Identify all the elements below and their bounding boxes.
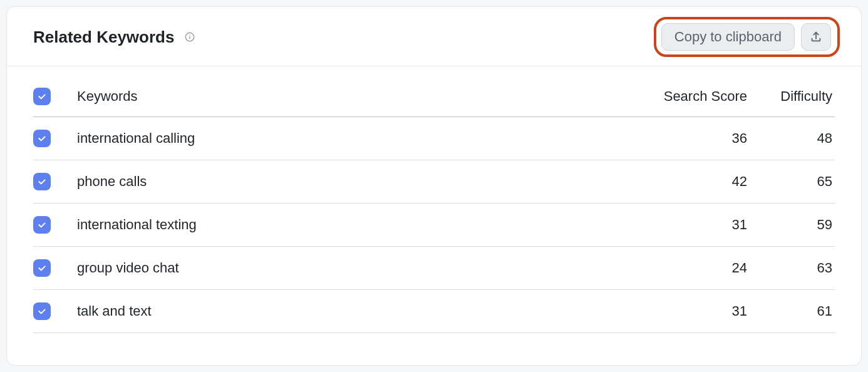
action-cluster-highlight: Copy to clipboard xyxy=(654,17,840,57)
export-icon xyxy=(809,30,823,44)
cell-keyword: international texting xyxy=(77,204,634,247)
cell-search-score: 36 xyxy=(634,117,747,160)
copy-to-clipboard-button[interactable]: Copy to clipboard xyxy=(661,23,795,51)
cell-difficulty: 63 xyxy=(747,247,835,290)
row-checkbox[interactable] xyxy=(33,130,51,147)
cell-difficulty: 61 xyxy=(747,290,835,333)
table-scroll-container[interactable]: Keywords Search Score Difficulty interna… xyxy=(7,66,861,365)
table-row: international texting3159 xyxy=(33,204,835,247)
cell-search-score: 31 xyxy=(634,204,747,247)
info-icon[interactable] xyxy=(183,30,197,44)
panel-title: Related Keywords xyxy=(33,28,174,47)
cell-keyword: talk and text xyxy=(77,290,634,333)
table-row: international calling3648 xyxy=(33,117,835,160)
col-header-search-score[interactable]: Search Score xyxy=(634,85,747,117)
cell-difficulty: 48 xyxy=(747,117,835,160)
table-row: talk and text3161 xyxy=(33,290,835,333)
cell-difficulty: 59 xyxy=(747,204,835,247)
row-checkbox[interactable] xyxy=(33,259,51,277)
cell-search-score: 31 xyxy=(634,290,747,333)
copy-to-clipboard-label: Copy to clipboard xyxy=(674,30,782,44)
row-checkbox[interactable] xyxy=(33,302,51,320)
export-button[interactable] xyxy=(801,23,831,51)
cell-difficulty: 65 xyxy=(747,160,835,204)
select-all-checkbox[interactable] xyxy=(33,88,51,105)
cell-keyword: phone calls xyxy=(77,160,634,204)
keywords-table: Keywords Search Score Difficulty interna… xyxy=(33,85,835,333)
row-checkbox[interactable] xyxy=(33,216,51,234)
cell-keyword: international calling xyxy=(77,117,634,160)
svg-point-2 xyxy=(190,34,191,36)
related-keywords-panel: Related Keywords Copy to clipboard xyxy=(6,6,862,366)
table-row: phone calls4265 xyxy=(33,160,835,204)
table-header-row: Keywords Search Score Difficulty xyxy=(33,85,835,117)
cell-search-score: 24 xyxy=(634,247,747,290)
panel-header: Related Keywords Copy to clipboard xyxy=(7,7,861,66)
row-checkbox[interactable] xyxy=(33,173,51,190)
cell-keyword: group video chat xyxy=(77,247,634,290)
table-row: group video chat2463 xyxy=(33,247,835,290)
col-header-keywords[interactable]: Keywords xyxy=(77,85,634,117)
cell-search-score: 42 xyxy=(634,160,747,204)
col-header-difficulty[interactable]: Difficulty xyxy=(747,85,835,117)
